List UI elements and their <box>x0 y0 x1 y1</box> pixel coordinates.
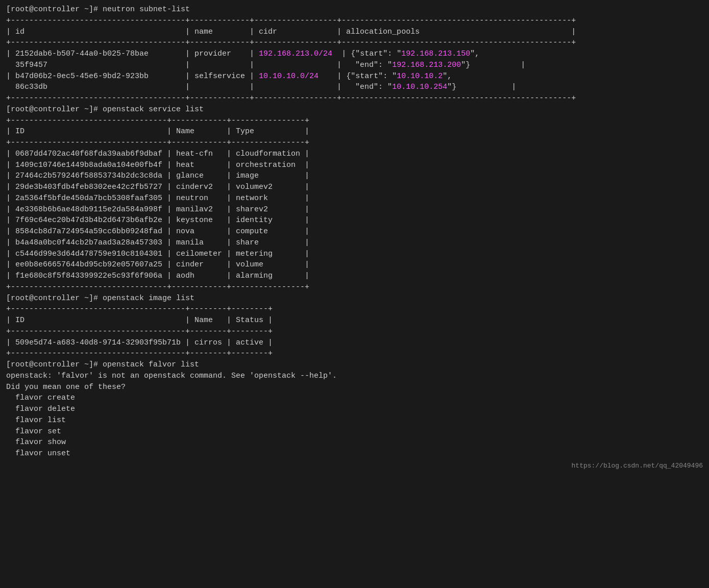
border-7: +--------------------------------------+… <box>6 304 703 315</box>
border-1: +--------------------------------------+… <box>6 15 703 27</box>
border-2: +--------------------------------------+… <box>6 37 703 48</box>
suggestion-3: flavor list <box>6 415 703 426</box>
border-9: +--------------------------------------+… <box>6 348 703 359</box>
service-row-1: | 0687dd4702ac40f68fda39aab6f9dbaf | hea… <box>6 149 703 160</box>
service-row-2: | 1409c10746e1449b8ada0a104e00fb4f | hea… <box>6 160 703 171</box>
border-8: +--------------------------------------+… <box>6 326 703 337</box>
service-row-8: | 8584cb8d7a724954a59cc6bb09248fad | nov… <box>6 226 703 237</box>
border-5: +----------------------------------+----… <box>6 137 703 149</box>
suggestion-5: flavor show <box>6 437 703 448</box>
service-row-3: | 27464c2b579246f58853734b2dc3c8da | gla… <box>6 170 703 182</box>
header-service: | ID | Name | Type | <box>6 126 703 137</box>
suggestion-1: flavor create <box>6 393 703 404</box>
border-6: +----------------------------------+----… <box>6 282 703 293</box>
header-subnet: | id | name | cidr | allocation_pools | <box>6 27 703 38</box>
subnet-row-2b: 86c33db | | | "end": "10.10.10.254"} | <box>6 82 703 93</box>
service-row-5: | 2a5364f5bfde450da7bcb5308faaf305 | neu… <box>6 193 703 204</box>
border-3: +--------------------------------------+… <box>6 93 703 104</box>
command-line-1: [root@controller ~]# neutron subnet-list <box>6 4 703 15</box>
service-row-11: | ee0b8e66657644bd95cb92e057607a25 | cin… <box>6 259 703 271</box>
subnet-row-1a: | 2152dab6-b507-44a0-b025-78bae | provid… <box>6 48 703 60</box>
service-row-12: | f1e680c8f5f843399922e5c93f6f906a | aod… <box>6 271 703 282</box>
header-image: | ID | Name | Status | <box>6 315 703 326</box>
suggestion-4: flavor set <box>6 426 703 437</box>
command-line-2: [root@controller ~]# openstack service l… <box>6 104 703 115</box>
border-4: +----------------------------------+----… <box>6 115 703 127</box>
service-row-6: | 4e3368b6b6ae48db9115e2da584a998f | man… <box>6 204 703 215</box>
service-row-4: | 29de3b403fdb4feb8302ee42c2fb5727 | cin… <box>6 182 703 193</box>
subnet-row-2a: | b47d06b2-0ec5-45e6-9bd2-923bb | selfse… <box>6 71 703 82</box>
service-row-7: | 7f69c64ec20b47d3b4b2d6473b6afb2e | key… <box>6 215 703 226</box>
error-line-2: Did you mean one of these? <box>6 382 703 393</box>
suggestion-2: flavor delete <box>6 404 703 415</box>
service-row-10: | c5446d99e3d64d478759e910c8104301 | cei… <box>6 249 703 260</box>
error-line-1: openstack: 'falvor' is not an openstack … <box>6 371 703 382</box>
command-line-4: [root@controller ~]# openstack falvor li… <box>6 359 703 371</box>
suggestion-6: flavor unset <box>6 448 703 459</box>
command-line-3: [root@controller ~]# openstack image lis… <box>6 293 703 304</box>
page-url: https://blog.csdn.net/qq_42049496 <box>6 461 703 471</box>
service-row-9: | b4a48a0bc0f44cb2b7aad3a28a457303 | man… <box>6 237 703 249</box>
subnet-row-1b: 35f9457 | | | "end": "192.168.213.200"} … <box>6 60 703 71</box>
terminal-window: [root@controller ~]# neutron subnet-list… <box>6 4 703 471</box>
image-row-1: | 509e5d74-a683-40d8-9714-32903f95b71b |… <box>6 337 703 349</box>
